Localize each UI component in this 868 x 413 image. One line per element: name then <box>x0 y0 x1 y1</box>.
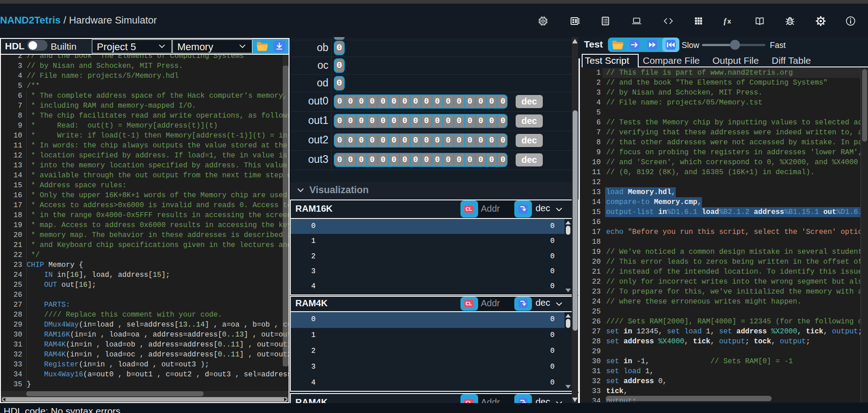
svg-text:x: x <box>727 17 731 25</box>
svg-text:f: f <box>724 17 727 25</box>
